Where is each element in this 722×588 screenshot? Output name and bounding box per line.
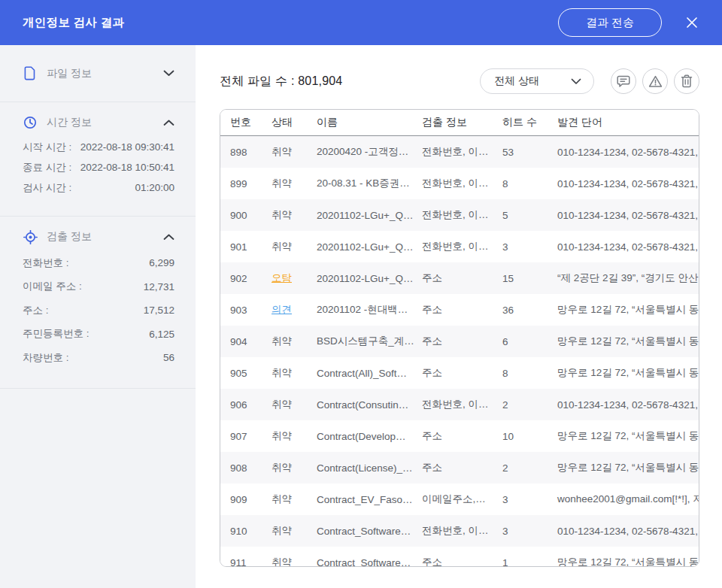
cell-words: 망우로 12길 72, “서울특별시 동 [557, 335, 699, 348]
cell-detected: 전화번호, 이… [422, 524, 502, 538]
status-filter-dropdown[interactable]: 전체 상태 [480, 68, 594, 94]
table-row[interactable]: 908취약Contract(License)_…주소2망우로 12길 72, “… [220, 452, 699, 483]
cell-hits: 3 [502, 241, 557, 253]
stat-value: 12,731 [144, 281, 174, 292]
status-badge[interactable]: 오탐 [272, 271, 317, 285]
column-header: 상태 [272, 116, 317, 129]
sidebar-item-label: 검출 정보 [47, 230, 163, 244]
sidebar-stat-row: 검사 시간 :01:20:00 [23, 177, 174, 198]
cell-hits: 1 [502, 557, 557, 568]
stat-value: 6,125 [149, 329, 174, 340]
table-row[interactable]: 911취약Contract_Software…주소1망우로 12길 72, “서… [220, 547, 699, 567]
stat-value: 2022-08-18 09:30:41 [80, 141, 174, 153]
column-header: 발견 단어 [557, 116, 699, 129]
page-title: 개인정보 검사 결과 [23, 15, 125, 31]
sidebar-stat-row: 종료 시간 :2022-08-18 10:50:41 [23, 157, 174, 177]
sidebar-stat-row: 주민등록번호 :6,125 [23, 323, 174, 347]
cell-words: 010-1234-1234, 02-5678-4321, [557, 147, 699, 158]
comment-button[interactable] [611, 68, 636, 94]
cell-detected: 주소 [422, 335, 502, 348]
status-badge: 취약 [272, 177, 317, 190]
table-row[interactable]: 899취약20-08.31 - KB증권…전화번호, 이…8010-1234-1… [220, 168, 699, 199]
cell-no: 908 [230, 462, 272, 474]
status-filter-value: 전체 상태 [494, 74, 571, 88]
cell-name: BSD시스템구축_계… [317, 335, 422, 348]
send-results-button[interactable]: 결과 전송 [558, 8, 662, 37]
sidebar-item-file-info[interactable]: 파일 정보 [23, 45, 174, 102]
table-row[interactable]: 909취약Contract_EV_Faso…이메일주소,…3wonhee2001… [220, 483, 699, 515]
cell-name: Contract(All)_Soft… [317, 368, 422, 379]
sidebar-item-label: 파일 정보 [47, 67, 163, 80]
table-row[interactable]: 907취약Contract(Develop…주소10망우로 12길 72, “서… [220, 420, 699, 452]
cell-words: 망우로 12길 72, “서울특별시 동 [557, 429, 699, 443]
time-info-list: 시작 시간 :2022-08-18 09:30:41종료 시간 :2022-08… [23, 137, 174, 216]
chevron-down-icon [571, 78, 581, 85]
status-badge: 취약 [272, 208, 317, 222]
column-header: 이름 [317, 116, 422, 129]
cell-no: 898 [230, 147, 272, 158]
stat-label: 주민등록번호 : [23, 327, 89, 341]
table-row[interactable]: 910취약Contract_Software…전화번호, 이…3010-1234… [220, 515, 699, 547]
cell-words: 010-1234-1234, 02-5678-4321, [557, 399, 699, 411]
clock-icon [23, 116, 38, 129]
detect-info-list: 전화번호 :6,299이메일 주소 :12,731주소 :17,512주민등록번… [23, 251, 174, 388]
cell-words: 망우로 12길 72, “서울특별시 동 [557, 366, 699, 380]
stat-label: 주소 : [23, 304, 49, 317]
warning-button[interactable] [642, 68, 668, 94]
cell-name: 20201102-LGu+_Q… [317, 210, 422, 221]
cell-hits: 3 [502, 494, 557, 505]
cell-detected: 전화번호, 이… [422, 208, 502, 222]
main-content: 전체 파일 수 : 801,904 전체 상태 [196, 45, 722, 588]
comment-icon [617, 75, 630, 88]
sidebar-section-time-info: 시간 정보 시작 시간 :2022-08-18 09:30:41종료 시간 :2… [0, 102, 196, 216]
sidebar-item-time-info[interactable]: 시간 정보 [23, 102, 174, 125]
sidebar-empty-area [0, 388, 196, 588]
cell-name: Contract(License)_… [317, 462, 422, 474]
status-badge: 취약 [272, 335, 317, 348]
column-header: 번호 [230, 116, 272, 129]
table-row[interactable]: 902오탐20201102-LGu+_Q…주소15“제 2공단 2길 39”, … [220, 262, 699, 294]
cell-hits: 53 [502, 147, 557, 158]
table-row[interactable]: 898취약20200420 -고객정…전화번호, 이…53010-1234-12… [220, 136, 699, 168]
close-button[interactable] [678, 9, 705, 36]
status-badge: 취약 [272, 366, 317, 380]
cell-no: 904 [230, 336, 272, 347]
cell-hits: 2 [502, 462, 557, 474]
status-badge: 취약 [272, 398, 317, 411]
cell-words: 망우로 12길 72, “서울특별시 동 [557, 303, 699, 317]
cell-detected: 전화번호, 이… [422, 240, 502, 253]
cell-detected: 주소 [422, 461, 502, 474]
cell-words: 010-1234-1234, 02-5678-4321, [557, 241, 699, 253]
cell-words: 망우로 12길 72, “서울특별시 동 [557, 461, 699, 474]
title-bar: 개인정보 검사 결과 결과 전송 [0, 0, 722, 45]
sidebar: 파일 정보 시간 정보 [0, 45, 196, 588]
status-badge: 취약 [272, 556, 317, 567]
sidebar-item-detect-info[interactable]: 검출 정보 [23, 217, 174, 239]
chevron-up-icon [163, 234, 174, 241]
stat-label: 시작 시간 : [23, 141, 71, 154]
stat-value: 56 [163, 352, 174, 363]
cell-hits: 15 [502, 273, 557, 284]
table-row[interactable]: 903의견20201102 -현대백…주소36망우로 12길 72, “서울특별… [220, 294, 699, 326]
table-row[interactable]: 901취약20201102-LGu+_Q…전화번호, 이…3010-1234-1… [220, 231, 699, 262]
stat-label: 전화번호 : [23, 256, 69, 270]
stat-value: 6,299 [149, 257, 174, 268]
table-row[interactable]: 900취약20201102-LGu+_Q…전화번호, 이…5010-1234-1… [220, 199, 699, 231]
main-toolbar: 전체 파일 수 : 801,904 전체 상태 [220, 67, 699, 95]
cell-hits: 3 [502, 526, 557, 537]
chevron-up-icon [163, 120, 174, 126]
status-badge[interactable]: 의견 [272, 303, 317, 317]
table-row[interactable]: 905취약Contract(All)_Soft…주소8망우로 12길 72, “… [220, 357, 699, 389]
cell-detected: 전화번호, 이… [422, 177, 502, 190]
status-badge: 취약 [272, 524, 317, 538]
table-row[interactable]: 906취약Contract(Consutin…전화번호, 이…2010-1234… [220, 389, 699, 420]
table-header-row: 번호상태이름검출 정보히트 수발견 단어 [220, 110, 699, 136]
table-row[interactable]: 904취약BSD시스템구축_계…주소6망우로 12길 72, “서울특별시 동 [220, 326, 699, 357]
stat-value: 2022-08-18 10:50:41 [80, 162, 174, 173]
sidebar-stat-row: 시작 시간 :2022-08-18 09:30:41 [23, 137, 174, 157]
sidebar-section-detect-info: 검출 정보 전화번호 :6,299이메일 주소 :12,731주소 :17,51… [0, 216, 196, 388]
delete-button[interactable] [674, 68, 699, 94]
cell-detected: 이메일주소,… [422, 493, 502, 506]
cell-hits: 6 [502, 336, 557, 347]
cell-name: Contract_EV_Faso… [317, 494, 422, 505]
